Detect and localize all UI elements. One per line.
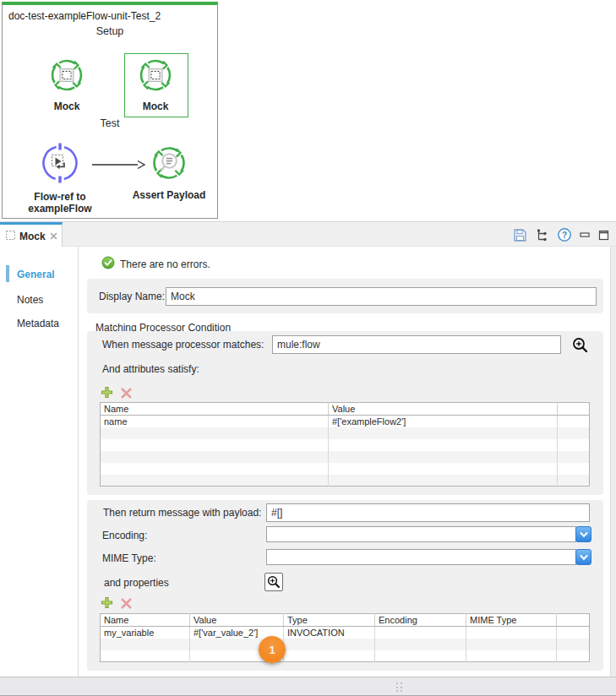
table-row[interactable]: [101, 463, 590, 475]
add-attribute-icon[interactable]: [100, 385, 114, 403]
table-cell[interactable]: [557, 627, 590, 639]
sash-drag-handle[interactable]: [396, 682, 405, 693]
table-cell[interactable]: name: [101, 416, 329, 427]
sidebar-item-metadata[interactable]: Metadata: [17, 318, 59, 329]
table-cell[interactable]: [375, 639, 466, 650]
table-cell[interactable]: [101, 650, 190, 662]
tab-mock[interactable]: Mock: [0, 222, 63, 247]
flow-ref-node[interactable]: Flow-ref to exampleFlow: [22, 143, 98, 215]
table-cell[interactable]: [558, 439, 590, 451]
mock-node-1[interactable]: Mock: [29, 57, 105, 112]
table-row[interactable]: [101, 639, 590, 650]
table-cell[interactable]: [557, 650, 590, 662]
properties-table[interactable]: NameValueTypeEncodingMIME Typemy_variabl…: [100, 613, 590, 662]
table-cell[interactable]: [558, 427, 590, 439]
column-header[interactable]: [558, 403, 590, 416]
column-header[interactable]: Value: [329, 403, 558, 416]
table-cell[interactable]: [466, 627, 557, 639]
minimize-icon[interactable]: [580, 231, 591, 239]
status-message: There are no errors.: [120, 258, 210, 270]
table-cell[interactable]: [329, 463, 558, 475]
table-cell[interactable]: [466, 639, 557, 650]
table-cell[interactable]: [466, 650, 557, 662]
table-cell[interactable]: [375, 627, 466, 639]
link-with-flow-icon[interactable]: [535, 228, 549, 242]
table-cell[interactable]: [329, 427, 558, 439]
maximize-icon[interactable]: [598, 230, 609, 241]
encoding-combo[interactable]: [266, 526, 591, 542]
column-header[interactable]: Name: [101, 614, 190, 627]
delete-attribute-icon[interactable]: [120, 387, 133, 403]
table-cell[interactable]: [558, 416, 590, 427]
chevron-down-icon[interactable]: [575, 549, 591, 565]
column-header[interactable]: Encoding: [375, 614, 466, 627]
mock-icon: [138, 57, 173, 96]
node-label: Mock: [143, 101, 169, 112]
column-header[interactable]: Value: [190, 614, 284, 627]
mock-tab-icon: [5, 229, 16, 244]
table-cell[interactable]: [558, 475, 590, 487]
and-properties-label: and properties: [104, 577, 169, 589]
close-icon[interactable]: [49, 231, 58, 241]
table-cell[interactable]: [284, 650, 375, 662]
table-cell[interactable]: INVOCATION: [284, 627, 375, 639]
table-cell[interactable]: [101, 439, 329, 451]
mime-type-combo[interactable]: [266, 549, 591, 565]
column-header[interactable]: MIME Type: [466, 614, 557, 627]
column-header[interactable]: Name: [101, 403, 329, 416]
table-cell[interactable]: [101, 475, 329, 487]
table-row[interactable]: [101, 439, 590, 451]
table-header-row: NameValueTypeEncodingMIME Type: [101, 614, 590, 627]
add-property-icon[interactable]: [100, 595, 114, 613]
help-icon[interactable]: ?: [557, 227, 572, 242]
bottom-status-bar: [0, 677, 616, 696]
table-row[interactable]: name#['exampleFlow2']: [101, 416, 590, 427]
table-cell[interactable]: my_variable: [101, 627, 190, 639]
encoding-label: Encoding:: [102, 530, 147, 541]
flow-canvas[interactable]: doc-test-exampleFlow-unit-Test_2 Setup M…: [2, 2, 218, 219]
chevron-down-icon[interactable]: [575, 526, 591, 542]
table-cell[interactable]: [101, 451, 329, 463]
table-row[interactable]: [101, 451, 590, 463]
mime-type-label: MIME Type:: [102, 552, 156, 564]
node-label-line2: exampleFlow: [28, 203, 91, 215]
table-row[interactable]: [101, 475, 590, 487]
column-header[interactable]: [557, 614, 590, 627]
save-icon[interactable]: [513, 228, 527, 242]
when-matches-input[interactable]: [272, 335, 561, 354]
display-name-input[interactable]: [166, 287, 597, 306]
no-errors-icon: [101, 256, 115, 273]
table-cell[interactable]: [329, 451, 558, 463]
table-cell[interactable]: [101, 463, 329, 475]
table-row[interactable]: my_variable#['var_value_2']INVOCATION: [101, 627, 590, 639]
assert-payload-icon: [150, 144, 188, 185]
table-cell[interactable]: [329, 439, 558, 451]
attributes-table[interactable]: NameValuename#['exampleFlow2']: [100, 402, 590, 487]
table-cell[interactable]: [101, 639, 190, 650]
payload-input[interactable]: [266, 503, 590, 522]
browse-processor-magnifier-icon[interactable]: [572, 337, 589, 357]
mime-type-input[interactable]: [266, 549, 576, 565]
table-row[interactable]: [101, 427, 590, 439]
scrollbar-track[interactable]: [610, 247, 616, 677]
delete-property-icon[interactable]: [120, 597, 133, 613]
table-cell[interactable]: [558, 451, 590, 463]
column-header[interactable]: Type: [284, 614, 375, 627]
mock-icon: [49, 57, 84, 96]
sidebar-item-notes[interactable]: Notes: [17, 294, 43, 306]
table-cell[interactable]: [101, 427, 329, 439]
assert-payload-node[interactable]: Assert Payload: [131, 144, 207, 201]
table-cell[interactable]: [329, 475, 558, 487]
flow-ref-icon: [40, 143, 80, 187]
table-cell[interactable]: [557, 639, 590, 650]
table-cell[interactable]: [558, 463, 590, 475]
table-cell[interactable]: #['exampleFlow2']: [329, 416, 558, 427]
table-cell[interactable]: [284, 639, 375, 650]
properties-sidebar: General Notes Metadata: [0, 247, 79, 677]
table-row[interactable]: [101, 650, 590, 662]
table-cell[interactable]: [375, 650, 466, 662]
mock-node-2[interactable]: Mock: [117, 57, 194, 112]
properties-magnifier-button[interactable]: [264, 573, 283, 591]
sidebar-item-general[interactable]: General: [17, 269, 55, 280]
encoding-input[interactable]: [266, 526, 576, 542]
